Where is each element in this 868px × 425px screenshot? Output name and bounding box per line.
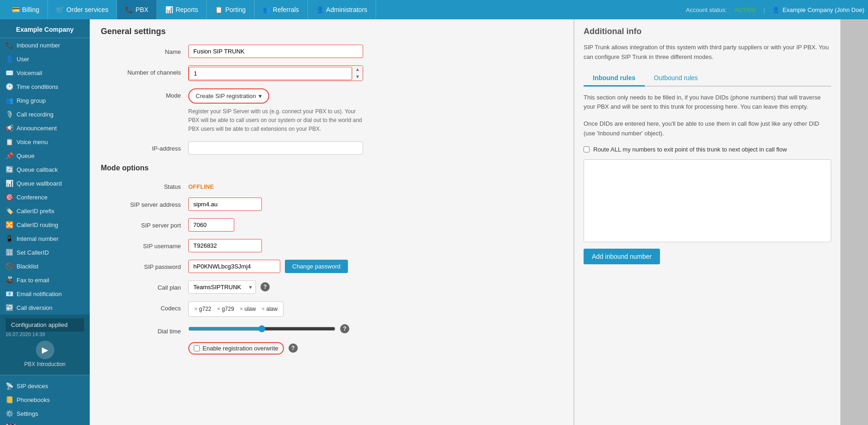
- mode-button-label: Create SIP registration: [196, 93, 256, 99]
- sidebar-item-ring-group[interactable]: 👥 Ring group: [0, 93, 90, 107]
- sidebar-item-queue-wallboard[interactable]: 📊 Queue wallboard: [0, 176, 90, 190]
- enable-reg-overwrite-checkbox[interactable]: [194, 345, 200, 351]
- channels-input[interactable]: [189, 67, 352, 80]
- status-row: Status OFFLINE: [101, 180, 562, 190]
- sidebar-item-phonebooks[interactable]: 📒 Phonebooks: [0, 393, 90, 407]
- sidebar-item-voice-menu[interactable]: 📋 Voice menu: [0, 135, 90, 149]
- email-notification-icon: 📧: [6, 290, 13, 297]
- call-plan-help-icon[interactable]: ?: [260, 282, 270, 291]
- main-layout: Example Company 📞 Inbound number 👤 User …: [0, 19, 868, 425]
- add-inbound-number-button[interactable]: Add inbound number: [584, 249, 660, 264]
- config-applied-section: Configuration applied 16.07.2020 14:39 ▶…: [0, 314, 90, 375]
- dial-time-slider[interactable]: [188, 325, 336, 332]
- mode-dropdown-icon: ▾: [259, 93, 262, 99]
- nav-administrators[interactable]: 👤 Administrators: [308, 0, 376, 19]
- codecs-row: Codecs × g722 × g729 × ulaw ×: [101, 301, 562, 317]
- blacklist-icon: 🚫: [6, 262, 13, 270]
- call-diversion-icon: ↩️: [6, 304, 13, 311]
- company-name: Example Company: [0, 19, 90, 38]
- reg-overwrite-help-icon[interactable]: ?: [289, 343, 298, 353]
- referrals-icon: 👥: [263, 6, 271, 13]
- sidebar-item-internal-number[interactable]: 📱 Internal number: [0, 232, 90, 245]
- nav-referrals[interactable]: 👥 Referrals: [255, 0, 308, 19]
- change-password-button[interactable]: Change password: [285, 260, 348, 273]
- spinner-up[interactable]: ▲: [353, 66, 363, 73]
- time-conditions-icon: 🕐: [6, 83, 13, 90]
- sip-server-port-input[interactable]: [188, 218, 234, 232]
- config-time: 16.07.2020 14:39: [6, 332, 84, 337]
- dial-time-label: Dial time: [101, 324, 188, 335]
- dial-time-help-icon[interactable]: ?: [340, 324, 349, 333]
- order-icon: 🛒: [56, 6, 64, 13]
- sip-server-port-label: SIP server port: [101, 218, 188, 229]
- language-flag[interactable]: 🇬🇧: [0, 420, 90, 425]
- nav-reports[interactable]: 📊 Reports: [157, 0, 207, 19]
- enable-reg-overwrite-label[interactable]: Enable registration overwrite: [203, 345, 278, 352]
- sip-password-row: SIP password Change password: [101, 260, 562, 273]
- sidebar-item-conference[interactable]: 🎯 Conference: [0, 190, 90, 204]
- sidebar-item-call-recording[interactable]: 🎙️ Call recording: [0, 107, 90, 121]
- sidebar-item-sip-devices[interactable]: 📡 SIP devices: [0, 379, 90, 393]
- nav-billing[interactable]: 💳 Billing: [4, 0, 48, 19]
- user-avatar-icon: 👤: [772, 6, 780, 13]
- route-all-label[interactable]: Route ALL my numbers to exit point of th…: [593, 146, 787, 153]
- inbound-number-icon: 📞: [6, 41, 13, 49]
- sip-username-input[interactable]: [188, 239, 262, 252]
- route-all-row: Route ALL my numbers to exit point of th…: [584, 146, 831, 153]
- route-all-checkbox[interactable]: [584, 146, 590, 152]
- sip-server-port-row: SIP server port: [101, 218, 562, 232]
- sidebar-item-callerid-routing[interactable]: 🔀 CallerID routing: [0, 218, 90, 232]
- tab-inbound-rules[interactable]: Inbound rules: [584, 70, 645, 87]
- call-plan-select[interactable]: TeamsSIPTRUNK: [188, 280, 256, 294]
- sidebar-item-blacklist[interactable]: 🚫 Blacklist: [0, 259, 90, 273]
- sidebar-item-queue[interactable]: 📌 Queue: [0, 149, 90, 163]
- sidebar-item-email-notification[interactable]: 📧 Email notification: [0, 287, 90, 301]
- sip-server-address-label: SIP server address: [101, 198, 188, 208]
- channels-label: Number of channels: [101, 65, 188, 76]
- pbx-intro-label[interactable]: PBX Introduction: [6, 361, 84, 371]
- name-input[interactable]: [188, 45, 363, 58]
- sidebar-item-callerid-prefix[interactable]: 🏷️ CallerID prefix: [0, 204, 90, 218]
- sidebar-item-announcement[interactable]: 📢 Announcement: [0, 121, 90, 135]
- spinner-down[interactable]: ▼: [353, 73, 363, 81]
- nav-pbx[interactable]: 📞 PBX: [117, 0, 157, 19]
- codec-x-alaw[interactable]: ×: [261, 305, 265, 312]
- sidebar-item-call-diversion[interactable]: ↩️ Call diversion: [0, 301, 90, 314]
- nav-porting[interactable]: 📋 Porting: [207, 0, 254, 19]
- user-info[interactable]: 👤 Example Company (John Doe): [772, 6, 864, 13]
- user-icon: 👤: [6, 55, 13, 63]
- sidebar-item-set-callerid[interactable]: 🔢 Set CallerID: [0, 245, 90, 259]
- codec-x-ulaw[interactable]: ×: [240, 305, 243, 312]
- codec-x-g722[interactable]: ×: [194, 305, 198, 312]
- queue-icon: 📌: [6, 152, 13, 159]
- ip-input[interactable]: [188, 141, 363, 155]
- sip-devices-icon: 📡: [6, 382, 13, 390]
- codec-alaw: × alaw: [260, 305, 279, 313]
- call-recording-icon: 🎙️: [6, 111, 13, 118]
- sidebar-item-settings[interactable]: ⚙️ Settings: [0, 407, 90, 420]
- sip-server-address-input[interactable]: [188, 198, 262, 211]
- fax-icon: 📠: [6, 276, 13, 284]
- call-plan-row: Call plan TeamsSIPTRUNK ▾ ?: [101, 280, 562, 294]
- sidebar-item-queue-callback[interactable]: 🔄 Queue callback: [0, 163, 90, 176]
- config-applied-label: Configuration applied: [11, 321, 68, 328]
- mode-button[interactable]: Create SIP registration ▾: [188, 88, 269, 104]
- inbound-tab-description-2: Once DIDs are entered here, you'll be ab…: [584, 119, 831, 139]
- play-button[interactable]: ▶: [36, 341, 54, 359]
- nav-order-services[interactable]: 🛒 Order services: [48, 0, 117, 19]
- settings-icon: ⚙️: [6, 410, 13, 417]
- codecs-field[interactable]: × g722 × g729 × ulaw × alaw: [188, 301, 284, 317]
- sidebar-item-time-conditions[interactable]: 🕐 Time conditions: [0, 80, 90, 93]
- sidebar-item-voicemail[interactable]: ✉️ Voicemail: [0, 66, 90, 80]
- tab-outbound-rules[interactable]: Outbound rules: [645, 70, 707, 87]
- codec-g729: × g729: [215, 305, 236, 313]
- codec-x-g729[interactable]: ×: [217, 305, 220, 312]
- inbound-drop-area: [584, 159, 831, 242]
- sip-password-input[interactable]: [188, 260, 280, 273]
- status-value: OFFLINE: [188, 180, 214, 190]
- sip-password-label: SIP password: [101, 260, 188, 270]
- sidebar-item-inbound-number[interactable]: 📞 Inbound number: [0, 38, 90, 52]
- pbx-icon: 📞: [125, 6, 133, 13]
- sidebar-item-user[interactable]: 👤 User: [0, 52, 90, 66]
- sidebar-item-fax-to-email[interactable]: 📠 Fax to email: [0, 273, 90, 287]
